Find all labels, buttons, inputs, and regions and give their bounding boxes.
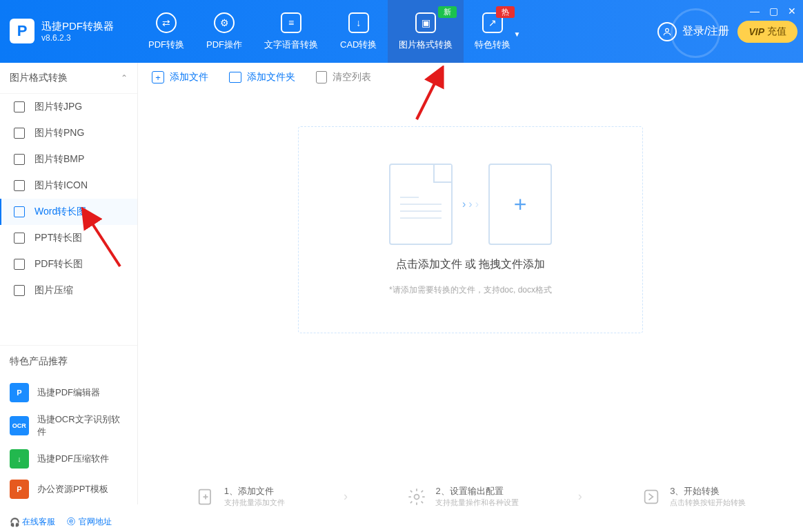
sidebar-item-icon[interactable]: 图片转ICON [0, 173, 137, 199]
headset-icon: 🎧 [10, 518, 19, 527]
tab-label: 文字语音转换 [264, 39, 318, 51]
dropzone-graphic: ››› + [389, 164, 552, 245]
step-2: 2、设置输出配置支持批量操作和各种设置 [406, 485, 519, 508]
vip-prefix: VIP [749, 26, 764, 37]
tab-pdf-convert[interactable]: ⇄ PDF转换 [137, 0, 195, 63]
file-icon [14, 180, 25, 191]
login-label: 登录/注册 [682, 24, 729, 39]
sidebar-item-jpg[interactable]: 图片转JPG [0, 94, 137, 120]
tab-image-format[interactable]: 新 ▣ 图片格式转换 [388, 0, 464, 63]
app-header: — ▢ ✕ P 迅捷PDF转换器 v8.6.2.3 ⇄ PDF转换 ⚙ PDF操… [0, 0, 803, 63]
reco-pdf-editor[interactable]: P迅捷PDF编辑器 [0, 377, 137, 408]
step-sub: 支持批量添加文件 [224, 497, 285, 508]
step-separator: › [344, 489, 348, 504]
cad-icon: ↓ [348, 12, 369, 33]
tab-pdf-operate[interactable]: ⚙ PDF操作 [195, 0, 253, 63]
sidebar-category-header[interactable]: 图片格式转换 ⌃ [0, 63, 137, 94]
app-icon: ↓ [10, 449, 29, 469]
file-icon [14, 233, 25, 244]
sidebar: 图片格式转换 ⌃ 图片转JPG 图片转PNG 图片转BMP 图片转ICON Wo… [0, 63, 138, 504]
sidebar-item-word-long[interactable]: Word转长图 [0, 199, 137, 225]
drop-zone[interactable]: ››› + 点击添加文件 或 拖拽文件添加 *请添加需要转换的文件，支持doc,… [298, 126, 643, 333]
reco-label: 迅捷PDF编辑器 [37, 386, 100, 399]
add-folder-label: 添加文件夹 [247, 71, 295, 83]
sidebar-item-label: 图片转PNG [34, 127, 84, 139]
footer-label: 在线客服 [22, 516, 55, 528]
sidebar-item-compress[interactable]: 图片压缩 [0, 277, 137, 304]
main-panel: + 添加文件 添加文件夹 清空列表 ››› + 点击添加文件 或 拖拽文件添加 … [138, 63, 803, 504]
reco-label: 办公资源PPT模板 [37, 483, 108, 495]
sidebar-item-ppt-long[interactable]: PPT转长图 [0, 225, 137, 251]
file-icon [14, 206, 25, 217]
sidebar-header-label: 图片格式转换 [10, 72, 68, 84]
vip-label: 充值 [767, 26, 786, 38]
step-sub: 支持批量操作和各种设置 [435, 497, 519, 508]
dropzone-title: 点击添加文件 或 拖拽文件添加 [396, 257, 546, 272]
footer-bar: 🎧在线客服 ⓔ官网地址 [10, 516, 112, 528]
step-title: 1、添加文件 [224, 485, 285, 497]
document-icon [389, 164, 453, 245]
svg-point-0 [666, 28, 669, 32]
vip-recharge-button[interactable]: VIP 充值 [737, 21, 797, 43]
convert-icon: ⇄ [156, 12, 177, 33]
reco-ocr[interactable]: OCR迅捷OCR文字识别软件 [0, 408, 137, 444]
sidebar-item-label: 图片转ICON [34, 179, 88, 192]
body-area: 图片格式转换 ⌃ 图片转JPG 图片转PNG 图片转BMP 图片转ICON Wo… [0, 63, 803, 504]
tab-cad-convert[interactable]: ↓ CAD转换 [329, 0, 388, 63]
sidebar-item-label: Word转长图 [34, 206, 86, 218]
add-file-step-icon [195, 486, 216, 507]
tab-label: 图片格式转换 [399, 39, 453, 51]
reco-compress[interactable]: ↓迅捷PDF压缩软件 [0, 444, 137, 474]
recommend-list: P迅捷PDF编辑器 OCR迅捷OCR文字识别软件 ↓迅捷PDF压缩软件 P办公资… [0, 377, 137, 504]
image-icon: ▣ [415, 12, 436, 33]
app-icon: P [10, 383, 29, 402]
add-file-button[interactable]: + 添加文件 [152, 71, 208, 83]
svg-rect-3 [645, 490, 658, 503]
toolbar: + 添加文件 添加文件夹 清空列表 [138, 63, 803, 92]
sidebar-item-label: 图片压缩 [34, 284, 73, 297]
reco-label: 迅捷PDF压缩软件 [37, 453, 109, 465]
gear-icon: ⚙ [214, 12, 235, 33]
audio-icon: ≡ [281, 12, 301, 33]
tab-special-convert[interactable]: 热 ↗ 特色转换 ▼ [464, 0, 522, 63]
step-1: 1、添加文件支持批量添加文件 [195, 485, 285, 508]
sidebar-item-pdf-long[interactable]: PDF转长图 [0, 251, 137, 277]
convert-step-icon [641, 486, 662, 507]
app-icon: P [10, 480, 29, 499]
arrows-icon: ››› [462, 198, 479, 210]
step-title: 2、设置输出配置 [435, 485, 519, 497]
file-icon [14, 101, 25, 112]
file-icon [14, 285, 25, 296]
header-right: 登录/注册 VIP 充值 [657, 0, 797, 63]
new-badge: 新 [438, 6, 457, 18]
settings-step-icon [406, 486, 427, 507]
official-site-link[interactable]: ⓔ官网地址 [66, 516, 112, 528]
svg-point-2 [415, 494, 419, 499]
logo-area: P 迅捷PDF转换器 v8.6.2.3 [0, 0, 123, 62]
step-sub: 点击转换按钮开始转换 [670, 497, 746, 508]
add-placeholder-icon: + [488, 164, 552, 245]
chevron-down-icon: ▼ [514, 30, 521, 38]
sidebar-item-bmp[interactable]: 图片转BMP [0, 146, 137, 173]
tab-label: PDF操作 [206, 39, 242, 51]
sidebar-item-png[interactable]: 图片转PNG [0, 120, 137, 146]
clear-list-button[interactable]: 清空列表 [316, 71, 371, 83]
tab-label: PDF转换 [148, 39, 184, 51]
add-folder-button[interactable]: 添加文件夹 [229, 71, 295, 83]
login-button[interactable]: 登录/注册 [657, 22, 729, 41]
chevron-up-icon: ⌃ [121, 73, 128, 83]
step-separator: › [578, 489, 582, 504]
app-version: v8.6.2.3 [41, 33, 114, 43]
clear-list-label: 清空列表 [333, 71, 371, 83]
add-file-label: 添加文件 [170, 71, 208, 83]
sidebar-item-label: 图片转BMP [34, 153, 84, 166]
dropzone-hint: *请添加需要转换的文件，支持doc, docx格式 [389, 284, 552, 296]
step-3: 3、开始转换点击转换按钮开始转换 [641, 485, 746, 508]
reco-label: 迅捷OCR文字识别软件 [37, 413, 128, 438]
folder-plus-icon [229, 72, 241, 83]
tab-text-audio[interactable]: ≡ 文字语音转换 [253, 0, 329, 63]
app-logo-icon: P [10, 19, 34, 43]
customer-service-link[interactable]: 🎧在线客服 [10, 516, 55, 528]
plus-icon: + [152, 71, 164, 83]
reco-ppt-template[interactable]: P办公资源PPT模板 [0, 474, 137, 504]
